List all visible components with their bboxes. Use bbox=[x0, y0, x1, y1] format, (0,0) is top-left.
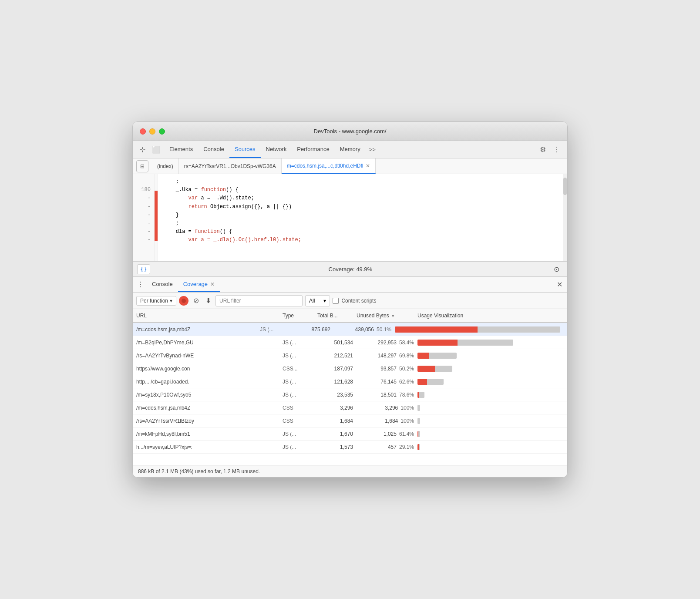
tab-memory[interactable]: Memory bbox=[335, 141, 366, 158]
content-scripts-checkbox-label[interactable]: Content scripts bbox=[333, 298, 376, 304]
col-header-unused[interactable]: Unused Bytes ▼ bbox=[357, 313, 417, 319]
coverage-gutter bbox=[155, 174, 158, 261]
table-row[interactable]: /m=cdos,hsm,jsa,mb4Z CSS 3,296 3,296100% bbox=[133, 401, 567, 414]
table-row[interactable]: /m=cdos,hsm,jsa,mb4Z JS (... 875,692 439… bbox=[133, 323, 567, 336]
panel-tab-close-icon[interactable]: ✕ bbox=[210, 281, 215, 287]
all-dropdown[interactable]: All ▾ bbox=[305, 295, 330, 306]
tab-sources[interactable]: Sources bbox=[229, 141, 261, 158]
col-header-url: URL bbox=[136, 313, 283, 319]
more-tabs-button[interactable]: >> bbox=[366, 146, 379, 153]
panel-menu-icon[interactable]: ⋮ bbox=[135, 279, 147, 291]
tab-console-panel[interactable]: Console bbox=[147, 277, 178, 292]
url-filter-input[interactable] bbox=[215, 295, 303, 306]
settings-icon[interactable]: ⚙ bbox=[536, 143, 550, 157]
bottom-panel: ⋮ Console Coverage ✕ ✕ Per function ▾ ⊘ … bbox=[133, 277, 567, 477]
line-numbers: 180 - - - - - - bbox=[133, 174, 155, 261]
table-header: URL Type Total B... Unused Bytes ▼ Usage… bbox=[133, 309, 567, 323]
record-button[interactable] bbox=[179, 296, 188, 306]
panel-close-button[interactable]: ✕ bbox=[553, 279, 565, 291]
file-tab-bar: ⊟ (index) rs=AA2YrTssrVR1...Obv1DSp-vWG3… bbox=[133, 158, 567, 174]
tab-console[interactable]: Console bbox=[198, 141, 229, 158]
file-tab-m[interactable]: m=cdos,hsm,jsa,...c,dtl0hd,eHDfl ✕ bbox=[282, 158, 376, 174]
tab-elements[interactable]: Elements bbox=[164, 141, 198, 158]
table-row[interactable]: /rs=AA2YrTvBynad-nWE JS (... 212,521 148… bbox=[133, 349, 567, 362]
window-title: DevTools - www.google.com/ bbox=[314, 128, 387, 135]
dropdown-arrow-icon: ▾ bbox=[323, 298, 326, 304]
file-tab-index[interactable]: (index) bbox=[152, 158, 179, 174]
bottom-toolbar: {} Coverage: 49.9% ⊙ bbox=[133, 261, 567, 277]
table-row[interactable]: /m=B2qlPe,DhPYme,GU JS (... 501,534 292,… bbox=[133, 336, 567, 349]
status-text: 886 kB of 2.1 MB (43%) used so far, 1.2 … bbox=[138, 468, 260, 474]
per-function-button[interactable]: Per function ▾ bbox=[136, 296, 176, 306]
table-row[interactable]: http... /cb=gapi.loaded. JS (... 121,628… bbox=[133, 375, 567, 388]
window-controls bbox=[140, 128, 165, 135]
coverage-percentage: Coverage: 49.9% bbox=[329, 266, 372, 273]
device-icon[interactable]: ⬜ bbox=[150, 144, 162, 156]
content-scripts-checkbox[interactable] bbox=[333, 298, 339, 304]
code-content: ; _.Uka = function() { var a = _.Wd().st… bbox=[158, 174, 563, 261]
pretty-print-button[interactable]: {} bbox=[137, 264, 150, 274]
col-header-type: Type bbox=[283, 313, 317, 319]
tab-network[interactable]: Network bbox=[261, 141, 292, 158]
more-options-icon[interactable]: ⋮ bbox=[550, 143, 564, 157]
table-row[interactable]: /m=sy18x,P10Owf,syo5 JS (... 23,535 18,5… bbox=[133, 388, 567, 401]
tab-performance[interactable]: Performance bbox=[292, 141, 334, 158]
close-button[interactable] bbox=[140, 128, 146, 135]
table-row[interactable]: h.../m=syev,aLUfP?xjs=: JS (... 1,573 45… bbox=[133, 441, 567, 454]
clear-button[interactable]: ⊘ bbox=[191, 296, 201, 306]
inspect-icon[interactable]: ⊹ bbox=[136, 144, 148, 156]
minimize-button[interactable] bbox=[149, 128, 155, 135]
screenshot-icon[interactable]: ⊙ bbox=[551, 263, 563, 275]
download-button[interactable]: ⬇ bbox=[203, 296, 213, 306]
coverage-controls: Per function ▾ ⊘ ⬇ All ▾ Content scripts bbox=[133, 293, 567, 309]
scrollbar-thumb[interactable] bbox=[563, 178, 567, 195]
table-row[interactable]: /m=kMFpHd,sy8l,bm51 JS (... 1,670 1,0256… bbox=[133, 427, 567, 441]
status-bar: 886 kB of 2.1 MB (43%) used so far, 1.2 … bbox=[133, 465, 567, 477]
tab-coverage-panel[interactable]: Coverage ✕ bbox=[178, 277, 220, 292]
file-tab-close-icon[interactable]: ✕ bbox=[366, 163, 370, 169]
panel-tab-bar: ⋮ Console Coverage ✕ ✕ bbox=[133, 277, 567, 293]
panel-toggle-button[interactable]: ⊟ bbox=[136, 160, 148, 172]
col-header-total: Total B... bbox=[317, 313, 357, 319]
col-header-viz: Usage Visualization bbox=[417, 313, 564, 319]
sort-icon: ▼ bbox=[391, 313, 395, 318]
table-row[interactable]: https://www.google.con CSS... 187,097 93… bbox=[133, 362, 567, 375]
file-tab-rs[interactable]: rs=AA2YrTssrVR1...Obv1DSp-vWG36A bbox=[179, 158, 282, 174]
chevron-down-icon: ▾ bbox=[170, 298, 172, 304]
title-bar: DevTools - www.google.com/ bbox=[133, 122, 567, 141]
coverage-table: URL Type Total B... Unused Bytes ▼ Usage… bbox=[133, 309, 567, 465]
devtools-tab-bar: ⊹ ⬜ Elements Console Sources Network Per… bbox=[133, 141, 567, 158]
table-row[interactable]: /rs=AA2YrTssrVR1lBtzoy CSS 1,684 1,68410… bbox=[133, 414, 567, 427]
code-editor: 180 - - - - - - ; _.Uka = function() { v… bbox=[133, 174, 567, 261]
devtools-window: DevTools - www.google.com/ ⊹ ⬜ Elements … bbox=[132, 121, 568, 478]
maximize-button[interactable] bbox=[159, 128, 165, 135]
scrollbar-right[interactable] bbox=[563, 174, 567, 261]
